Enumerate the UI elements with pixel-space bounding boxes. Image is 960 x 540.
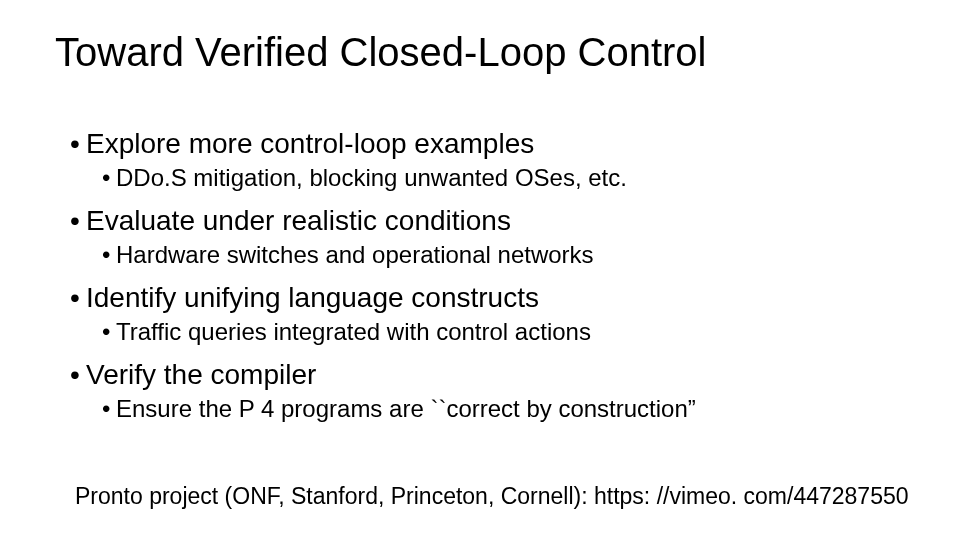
sub-bullet-item: •DDo.S mitigation, blocking unwanted OSe… [102, 163, 920, 193]
bullet-dot-icon: • [102, 394, 116, 424]
sub-bullet-item: •Traffic queries integrated with control… [102, 317, 920, 347]
bullet-text: Verify the compiler [86, 359, 316, 390]
bullet-dot-icon: • [70, 126, 86, 161]
bullet-item: •Explore more control-loop examples [70, 126, 920, 161]
footer-text: Pronto project (ONF, Stanford, Princeton… [75, 483, 909, 510]
sub-bullet-item: •Hardware switches and operational netwo… [102, 240, 920, 270]
slide-title: Toward Verified Closed-Loop Control [55, 30, 706, 75]
bullet-dot-icon: • [102, 240, 116, 270]
bullet-text: Explore more control-loop examples [86, 128, 534, 159]
sub-bullet-text: Hardware switches and operational networ… [116, 241, 594, 268]
slide: Toward Verified Closed-Loop Control •Exp… [0, 0, 960, 540]
bullet-text: Evaluate under realistic conditions [86, 205, 511, 236]
bullet-item: •Identify unifying language constructs [70, 280, 920, 315]
sub-bullet-text: DDo.S mitigation, blocking unwanted OSes… [116, 164, 627, 191]
bullet-dot-icon: • [70, 357, 86, 392]
sub-bullet-item: •Ensure the P 4 programs are ``correct b… [102, 394, 920, 424]
bullet-item: •Evaluate under realistic conditions [70, 203, 920, 238]
bullet-dot-icon: • [102, 317, 116, 347]
bullet-item: •Verify the compiler [70, 357, 920, 392]
bullet-dot-icon: • [102, 163, 116, 193]
sub-bullet-text: Traffic queries integrated with control … [116, 318, 591, 345]
slide-content: •Explore more control-loop examples •DDo… [70, 120, 920, 434]
bullet-text: Identify unifying language constructs [86, 282, 539, 313]
bullet-dot-icon: • [70, 280, 86, 315]
sub-bullet-text: Ensure the P 4 programs are ``correct by… [116, 395, 696, 422]
bullet-dot-icon: • [70, 203, 86, 238]
